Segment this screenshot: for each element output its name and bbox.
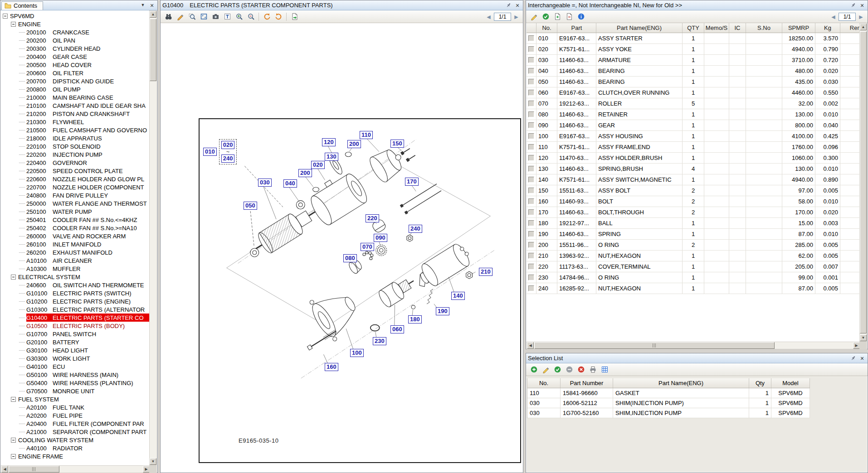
col-part-name[interactable]: Part Name(ENG)	[596, 23, 683, 33]
tree-item[interactable]: 220100STOP SOLENOID	[1, 142, 150, 150]
parts-table-row[interactable]: 130 11460-63... SPRING,BRUSH 4 130.00 0.…	[527, 164, 860, 174]
part-callout[interactable]: 150	[390, 140, 404, 148]
tree-item[interactable]: 200700DIPSTICK AND GUIDE	[1, 77, 150, 85]
parts-table-row[interactable]: 080 11460-63... RETAINER 1 130.00 0.010	[527, 109, 860, 120]
row-checkbox[interactable]	[528, 177, 534, 183]
parts-table-row[interactable]: 220 11173-63... COVER,TERMINAL 1 205.00 …	[527, 261, 860, 272]
tree-item[interactable]: A21000SEPARATOR (COMPONENT PART	[1, 428, 150, 436]
part-callout[interactable]: 030	[258, 179, 272, 187]
parts-table-row[interactable]: 110 K7571-61... ASSY FRAME,END 1 1760.00…	[527, 142, 860, 153]
row-checkbox[interactable]	[528, 35, 534, 41]
col-kg[interactable]: Kg	[815, 23, 840, 33]
pin-icon[interactable]	[849, 355, 857, 362]
col-qty[interactable]: Qty	[749, 378, 771, 388]
col-no[interactable]: No.	[536, 23, 557, 33]
tree-item[interactable]: G30300WORK LIGHT	[1, 354, 150, 362]
selection-table-row[interactable]: 030 1G700-52160 SHIM,INJECTION PUMP 1 SP…	[527, 408, 810, 418]
selection-table-row[interactable]: 030 16006-52112 SHIM(INJECTION PUMP) 1 S…	[527, 398, 810, 408]
scroll-down-button[interactable]: ▼	[860, 334, 867, 341]
parts-table-row[interactable]: 210 13963-92... NUT,HEXAGON 1 62.00 0.00…	[527, 251, 860, 261]
tree-item[interactable]: G10100ELECTRIC PARTS (SWITCH)	[1, 289, 150, 297]
scroll-down-button[interactable]: ▼	[150, 458, 156, 465]
collapse-icon[interactable]	[11, 22, 16, 27]
tree-item[interactable]: 200100CRANKCASE	[1, 28, 150, 36]
parts-table-row[interactable]: 040 11460-63... BEARING 1 480.00 0.020	[527, 66, 860, 77]
parts-table-row[interactable]: 150 15511-63... ASSY BOLT 2 97.00 0.005	[527, 185, 860, 196]
zoom-out-button[interactable]	[245, 12, 256, 22]
scroll-thumb[interactable]	[534, 342, 775, 349]
collapse-icon[interactable]	[11, 275, 16, 280]
row-checkbox[interactable]	[528, 220, 534, 226]
scroll-thumb[interactable]	[150, 19, 156, 81]
tree-item[interactable]: 200200OIL PAN	[1, 36, 150, 44]
part-callout[interactable]: 210	[479, 268, 493, 276]
collapse-icon[interactable]	[11, 438, 16, 443]
tree-item[interactable]: 260000VALVE AND ROCKER ARM	[1, 232, 150, 240]
parts-vscrollbar[interactable]: ▲ ▼	[859, 23, 867, 342]
parts-table-row[interactable]: 100 E9167-63... ASSY HOUSING 1 4100.00 0…	[527, 131, 860, 142]
tree-item[interactable]: A20200FUEL PIPE	[1, 411, 150, 420]
diagram-canvas[interactable]: 010 020 ~ 240 03004005020002012013020011…	[161, 23, 522, 472]
tree-item[interactable]: 210500FUEL CAMSHAFT AND GOVERNO	[1, 126, 150, 134]
col-ic[interactable]: IC	[729, 23, 746, 33]
parts-table-row[interactable]: 020 K7571-61... ASSY YOKE 1 4940.00 0.79…	[527, 44, 860, 55]
tree-item[interactable]: 250402COOLER FAN ## S.No.>=NA10	[1, 224, 150, 232]
row-checkbox[interactable]	[528, 231, 534, 237]
scroll-up-button[interactable]: ▲	[150, 11, 156, 18]
edit-memo-button[interactable]	[528, 12, 539, 22]
tree-item[interactable]: 210100CAMSHAFT AND IDLE GEAR SHA	[1, 101, 150, 110]
part-callout[interactable]: 120	[322, 138, 336, 146]
collapse-icon[interactable]	[11, 454, 16, 459]
col-part[interactable]: Part	[557, 23, 596, 33]
remove-memo-button[interactable]	[564, 12, 575, 22]
part-callout[interactable]: 190	[436, 307, 449, 315]
rotate-left-button[interactable]	[261, 12, 272, 22]
row-checkbox[interactable]	[528, 285, 534, 291]
find-button[interactable]	[163, 12, 174, 22]
edit-item-button[interactable]	[540, 365, 551, 375]
tree-item[interactable]: 260200EXHAUST MANIFOLD	[1, 248, 150, 256]
part-callout[interactable]: 160	[325, 363, 338, 371]
tree-item[interactable]: COOLING WATER SYSTEM	[1, 436, 150, 444]
tree-item[interactable]: G10200ELECTRIC PARTS (ENGINE)	[1, 297, 150, 305]
parts-table-row[interactable]: 170 11460-63... BOLT,THROUGH 2 170.00 0.…	[527, 207, 860, 218]
pin-icon[interactable]	[505, 2, 512, 9]
parts-table-row[interactable]: 120 11470-63... ASSY HOLDER,BRUSH 1 1060…	[527, 153, 860, 164]
row-checkbox[interactable]	[528, 198, 534, 204]
col-memo[interactable]: Memo/S	[704, 23, 729, 33]
parts-table-row[interactable]: 190 11460-63... SPRING 1 87.00 0.010	[527, 229, 860, 240]
tree-item[interactable]: 250100WATER PUMP	[1, 208, 150, 216]
tree-item[interactable]: A10300MUFFLER	[1, 265, 150, 273]
tree-item[interactable]: 250401COOLER FAN ## S.No.<=4KHZ	[1, 216, 150, 224]
row-checkbox[interactable]	[528, 101, 534, 106]
tree-item[interactable]: G10400ELECTRIC PARTS (STARTER CO	[1, 314, 150, 322]
part-callout[interactable]: 230	[373, 337, 386, 345]
tree-item[interactable]: A40100RADIATOR	[1, 444, 150, 452]
part-callout[interactable]: 110	[360, 131, 373, 139]
tree-item[interactable]: ELECTRICAL SYSTEM	[1, 273, 150, 281]
part-callout[interactable]: 060	[390, 325, 404, 333]
collapse-icon[interactable]	[11, 397, 16, 402]
row-checkbox[interactable]	[528, 166, 534, 172]
zoom-select-button[interactable]	[186, 12, 197, 22]
tree-item[interactable]: 200600OIL FILTER	[1, 69, 150, 77]
tree-item[interactable]: 200400GEAR CASE	[1, 53, 150, 61]
tree-item[interactable]: 220700NOZZLE HOLDER (COMPONENT	[1, 183, 150, 191]
tree-item[interactable]: 200500HEAD COVER	[1, 61, 150, 69]
parts-table-row[interactable]: 200 15511-96... O RING 2 285.00 0.005	[527, 240, 860, 251]
part-callout[interactable]: 130	[325, 153, 338, 161]
row-checkbox[interactable]	[528, 79, 534, 85]
tree-item[interactable]: A20400FUEL FILTER (COMPONENT PAR	[1, 420, 150, 428]
parts-table-row[interactable]: 030 11460-63... ARMATURE 1 3710.00 0.720	[527, 55, 860, 66]
scroll-thumb[interactable]	[9, 466, 59, 473]
tree-item[interactable]: G10500ELECTRIC PARTS (BODY)	[1, 322, 150, 330]
col-rem[interactable]: Rem	[840, 23, 860, 33]
tab-contents[interactable]: Contents	[1, 1, 43, 10]
tree-item[interactable]: A10100AIR CLEANER	[1, 256, 150, 265]
text-label-button[interactable]	[222, 12, 233, 22]
tree-item[interactable]: A20100FUEL TANK	[1, 403, 150, 411]
part-callout[interactable]: 020	[311, 161, 325, 169]
tree-item[interactable]: 210000MAIN BEARING CASE	[1, 93, 150, 101]
export-image-button[interactable]	[289, 12, 300, 22]
parts-table-row[interactable]: 160 11460-93... BOLT 2 58.00 0.010	[527, 196, 860, 207]
